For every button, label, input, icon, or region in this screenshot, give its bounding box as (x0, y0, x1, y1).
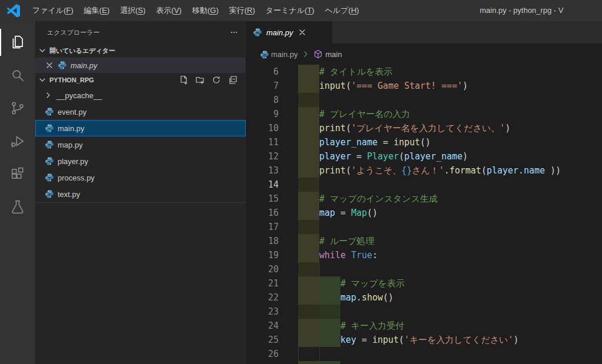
file-event-py[interactable]: event.py (35, 103, 246, 120)
code-line-19[interactable]: 19while True: (246, 248, 602, 262)
menu-bar: ファイル(F)編集(E)選択(S)表示(V)移動(G)実行(R)ターミナル(T)… (27, 0, 364, 21)
line-number: 10 (246, 121, 298, 135)
code-line-13[interactable]: 13print('ようこそ、{}さん！'.format(player.name … (246, 163, 602, 178)
code-line-21[interactable]: 21# マップを表示 (246, 276, 602, 290)
python-file-icon (253, 28, 262, 37)
code-line-23[interactable]: 23 (246, 305, 602, 319)
code-comment: # プレイヤー名の入力 (319, 109, 410, 119)
editor-group: main.py main.py main 6# タイトルを表示7input('=… (246, 21, 602, 364)
python-file-icon (58, 61, 67, 70)
title-bar: ファイル(F)編集(E)選択(S)表示(V)移動(G)実行(R)ターミナル(T)… (0, 0, 602, 21)
chevron-right-icon (44, 91, 53, 100)
code-text: map = Map() (298, 206, 377, 220)
menu-v[interactable]: 表示(V) (151, 3, 187, 18)
code-line-9[interactable]: 9# プレイヤー名の入力 (246, 107, 602, 121)
ellipsis-icon[interactable] (229, 28, 239, 37)
code-text: # タイトルを表示 (298, 65, 393, 79)
line-number: 8 (246, 93, 298, 107)
collapse-all-icon[interactable] (228, 75, 238, 85)
menu-h[interactable]: ヘルプ(H) (320, 3, 364, 18)
code-line-20[interactable]: 20 (246, 262, 602, 276)
file-tree: __pycache__event.pymain.pymap.pyplayer.p… (35, 87, 246, 202)
chevron-down-icon (38, 75, 47, 85)
activitybar-source-control-icon[interactable] (0, 92, 35, 125)
code-line-7[interactable]: 7input('=== Game Start! ===') (246, 79, 602, 93)
close-icon[interactable] (297, 28, 307, 37)
code-line-26[interactable]: 26 (246, 347, 602, 361)
window-title: main.py - python_rpg - V (480, 0, 602, 21)
code-line-14[interactable]: 14 (246, 178, 602, 192)
code-line-11[interactable]: 11player_name = input() (246, 135, 602, 149)
file-label: event.py (58, 108, 86, 116)
code-line-10[interactable]: 10print('プレイヤー名を入力してください。') (246, 121, 602, 135)
open-editors-label: 開いているエディター (49, 46, 115, 55)
line-number: 7 (246, 79, 298, 93)
project-section-header[interactable]: PYTHON_RPG (35, 73, 246, 87)
file-process-py[interactable]: process.py (35, 169, 246, 186)
explorer-sidebar: エクスプローラー 開いているエディター main.py PYTHON_RPG _… (35, 21, 246, 364)
code-line-12[interactable]: 12player = Player(player_name) (246, 149, 602, 163)
file-player-py[interactable]: player.py (35, 153, 246, 169)
code-line-17[interactable]: 17 (246, 220, 602, 234)
code-line-22[interactable]: 22map.show() (246, 290, 602, 305)
code-text: # プレイヤー名の入力 (298, 107, 410, 121)
code-text: map.show() (298, 290, 393, 305)
code-line-15[interactable]: 15# マップのインスタンス生成 (246, 192, 602, 206)
code-text: # マップを表示 (298, 276, 404, 290)
code-line-27[interactable]: 27# 移動処理 (246, 361, 602, 364)
code-line-8[interactable]: 8 (246, 93, 602, 107)
file-main-py[interactable]: main.py (35, 120, 246, 136)
line-number: 16 (246, 206, 298, 220)
code-viewport[interactable]: 6# タイトルを表示7input('=== Game Start! ===')8… (246, 65, 602, 364)
new-folder-icon[interactable] (195, 75, 205, 85)
file-label: main.py (58, 124, 85, 133)
explorer-title: エクスプローラー (47, 28, 100, 37)
code-comment: # ループ処理 (319, 236, 374, 246)
python-file-icon (45, 123, 54, 133)
menu-r[interactable]: 実行(R) (224, 3, 260, 18)
python-file-icon (45, 107, 54, 116)
file-text-py[interactable]: text.py (35, 186, 246, 202)
code-text: # 移動処理 (298, 361, 386, 364)
menu-s[interactable]: 選択(S) (115, 3, 150, 18)
breadcrumb-item-file[interactable]: main.py (271, 50, 298, 59)
code-text (298, 347, 340, 361)
line-number: 25 (246, 333, 298, 347)
line-number: 26 (246, 347, 298, 361)
line-number: 18 (246, 234, 298, 248)
code-text: key = input('キーを入力してください') (298, 333, 519, 347)
activitybar-explorer-icon[interactable] (0, 26, 35, 59)
tab-strip: main.py (246, 21, 602, 44)
line-number: 20 (246, 262, 298, 276)
activitybar-testing-icon[interactable] (0, 191, 35, 223)
file-map-py[interactable]: map.py (35, 136, 246, 153)
python-file-icon (260, 50, 268, 58)
code-comment: # マップを表示 (340, 278, 404, 289)
code-line-16[interactable]: 16map = Map() (246, 206, 602, 220)
code-line-18[interactable]: 18# ループ処理 (246, 234, 602, 248)
file-__pycache__[interactable]: __pycache__ (35, 87, 246, 103)
breadcrumb: main.py main (246, 44, 602, 65)
new-file-icon[interactable] (179, 75, 188, 85)
code-line-25[interactable]: 25key = input('キーを入力してください') (246, 333, 602, 347)
tab-main-py[interactable]: main.py (246, 21, 332, 44)
menu-f[interactable]: ファイル(F) (27, 3, 79, 18)
line-number: 11 (246, 135, 298, 149)
code-text: input('=== Game Start! ===') (298, 79, 468, 93)
menu-e[interactable]: 編集(E) (79, 3, 115, 18)
close-icon[interactable] (45, 61, 54, 70)
open-editors-section-header[interactable]: 開いているエディター (35, 44, 246, 58)
menu-t[interactable]: ターミナル(T) (260, 3, 320, 18)
tree-divider (35, 202, 246, 203)
open-editor-item-main-py[interactable]: main.py (35, 58, 246, 73)
activitybar-search-icon[interactable] (0, 59, 35, 92)
refresh-icon[interactable] (212, 75, 221, 85)
code-line-6[interactable]: 6# タイトルを表示 (246, 65, 602, 79)
menu-g[interactable]: 移動(G) (187, 3, 224, 18)
breadcrumb-item-symbol[interactable]: main (326, 50, 342, 59)
code-line-24[interactable]: 24# キー入力受付 (246, 319, 602, 333)
activitybar-extensions-icon[interactable] (0, 158, 35, 191)
vscode-logo-icon (7, 4, 20, 17)
open-editor-filename: main.py (71, 61, 98, 70)
activitybar-run-debug-icon[interactable] (0, 125, 35, 158)
